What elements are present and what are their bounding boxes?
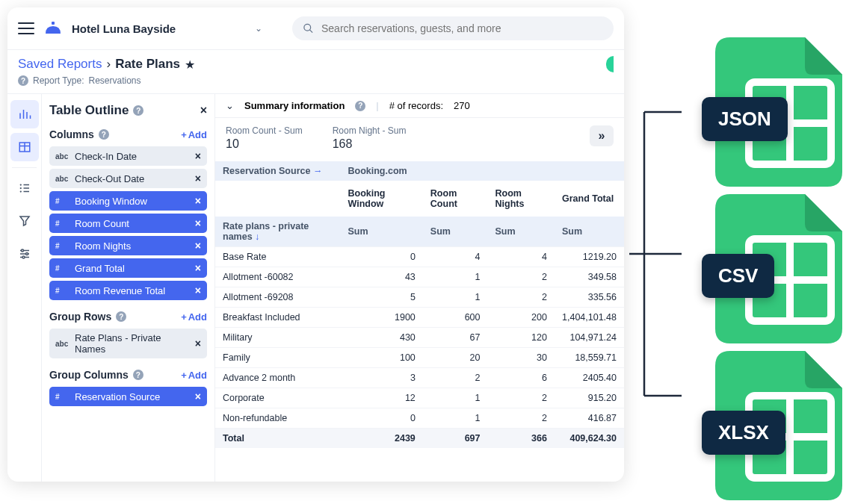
field-pill[interactable]: #Room Count×: [49, 214, 207, 233]
table-row[interactable]: Base Rate0441219.20: [215, 247, 624, 267]
rail-list-icon[interactable]: [10, 174, 39, 202]
remove-icon[interactable]: ×: [195, 240, 201, 252]
cell: 366: [488, 429, 555, 449]
cell: 2439: [341, 429, 423, 449]
field-type-icon: abc: [55, 152, 70, 161]
cell: 1: [423, 388, 488, 408]
help-icon[interactable]: ?: [133, 105, 143, 116]
remove-icon[interactable]: ×: [195, 391, 201, 402]
row-name: Family: [215, 348, 341, 368]
cell: 104,971.24: [555, 328, 624, 348]
remove-icon[interactable]: ×: [195, 172, 201, 184]
help-icon[interactable]: ?: [355, 101, 365, 111]
summary-title: Summary information: [244, 100, 345, 111]
summary-bar: ⌄ Summary information ? | # of records: …: [215, 94, 624, 118]
field-type-icon: #: [55, 197, 70, 205]
rail-chart-icon[interactable]: [10, 100, 39, 128]
export-csv[interactable]: CSV: [715, 194, 842, 343]
search-bar[interactable]: [292, 16, 614, 40]
table-row[interactable]: Non-refundable012416.87: [215, 408, 624, 429]
table-row[interactable]: Breakfast Included19006002001,404,101.48: [215, 308, 624, 328]
field-type-icon: abc: [55, 175, 70, 183]
field-label: Check-In Date: [75, 151, 137, 162]
metric-value: 10: [226, 137, 303, 151]
cell: 18,559.71: [555, 348, 624, 368]
rail-filter-icon[interactable]: [10, 207, 39, 235]
field-pill[interactable]: #Booking Window×: [49, 191, 207, 211]
remove-icon[interactable]: ×: [195, 284, 201, 296]
search-input[interactable]: [321, 22, 603, 34]
row-name: Corporate: [215, 388, 341, 408]
cell: 1: [423, 408, 488, 429]
field-label: Booking Window: [75, 196, 147, 207]
help-icon[interactable]: ?: [133, 370, 143, 380]
add-group-row-button[interactable]: + Add: [181, 311, 207, 323]
field-pill[interactable]: abcRate Plans - Private Names×: [49, 329, 207, 358]
export-json-label: JSON: [702, 97, 788, 141]
summary-toggle-icon[interactable]: ⌄: [226, 100, 234, 111]
col-header[interactable]: Grand Total: [555, 181, 624, 217]
field-pill[interactable]: #Room Nights×: [49, 236, 207, 255]
cell: 1,404,101.48: [555, 308, 624, 328]
records-label: # of records:: [389, 100, 443, 111]
export-json[interactable]: JSON: [715, 37, 842, 187]
menu-icon[interactable]: [18, 22, 34, 34]
table-row[interactable]: Family100203018,559.71: [215, 348, 624, 368]
table-row[interactable]: Allotment -600824312349.58: [215, 267, 624, 287]
table-row[interactable]: Advance 2 month3262405.40: [215, 368, 624, 388]
cell: 1: [423, 267, 488, 287]
app-window: Hotel Luna Bayside ⌄ Saved Reports › Rat…: [7, 7, 624, 482]
field-type-icon: abc: [55, 340, 70, 348]
hotel-dropdown-chevron[interactable]: ⌄: [249, 20, 268, 37]
table-row[interactable]: Military43067120104,971.24: [215, 328, 624, 348]
field-pill[interactable]: #Reservation Source×: [49, 387, 207, 406]
col-header[interactable]: Room Nights: [488, 181, 555, 217]
col-header[interactable]: Booking Window: [341, 181, 423, 217]
close-icon[interactable]: ×: [200, 104, 207, 117]
sort-down-icon[interactable]: ↓: [255, 231, 259, 242]
agg-label: Sum: [555, 217, 624, 247]
outline-title: Table Outline: [49, 103, 129, 118]
field-pill[interactable]: abcCheck-Out Date×: [49, 169, 207, 188]
favorite-star-icon[interactable]: ★: [185, 57, 195, 72]
field-type-icon: #: [55, 393, 70, 401]
cell: 416.87: [555, 408, 624, 429]
field-pill[interactable]: #Grand Total×: [49, 258, 207, 278]
col-header[interactable]: Room Count: [423, 181, 488, 217]
add-group-column-button[interactable]: + Add: [181, 370, 207, 381]
export-csv-label: CSV: [702, 254, 774, 298]
cell: 1: [423, 287, 488, 308]
breadcrumb-link[interactable]: Saved Reports: [18, 57, 102, 72]
rail-table-icon[interactable]: [10, 133, 39, 161]
cell: 2: [488, 408, 555, 429]
row-name: Breakfast Included: [215, 308, 341, 328]
cell: 1900: [341, 308, 423, 328]
remove-icon[interactable]: ×: [195, 150, 201, 162]
field-pill[interactable]: #Room Revenue Total×: [49, 281, 207, 300]
remove-icon[interactable]: ×: [195, 217, 201, 229]
export-xlsx[interactable]: XLSX: [715, 351, 842, 500]
report-main: ⌄ Summary information ? | # of records: …: [215, 94, 624, 482]
cell: 2: [423, 368, 488, 388]
field-pill[interactable]: abcCheck-In Date×: [49, 146, 207, 166]
remove-icon[interactable]: ×: [195, 262, 201, 274]
row-name: Advance 2 month: [215, 368, 341, 388]
help-icon[interactable]: ?: [116, 311, 126, 322]
help-icon[interactable]: ?: [99, 129, 109, 140]
expand-button[interactable]: »: [590, 125, 614, 146]
add-column-button[interactable]: + Add: [181, 129, 207, 140]
remove-icon[interactable]: ×: [195, 195, 201, 207]
table-row[interactable]: Corporate1212915.20: [215, 388, 624, 408]
source-value: Booking.com: [341, 161, 624, 181]
field-label: Room Revenue Total: [75, 285, 165, 296]
cell: 4: [488, 247, 555, 267]
cell: 3: [341, 368, 423, 388]
table-row[interactable]: Allotment -69208512335.56: [215, 287, 624, 308]
data-table: Reservation Source → Booking.com Booking…: [215, 161, 624, 448]
help-icon[interactable]: ?: [18, 75, 28, 86]
source-dimension-label: Reservation Source →: [215, 161, 341, 181]
status-indicator: [606, 56, 614, 72]
cell: 430: [341, 328, 423, 348]
rail-sliders-icon[interactable]: [10, 240, 39, 268]
remove-icon[interactable]: ×: [195, 337, 201, 349]
